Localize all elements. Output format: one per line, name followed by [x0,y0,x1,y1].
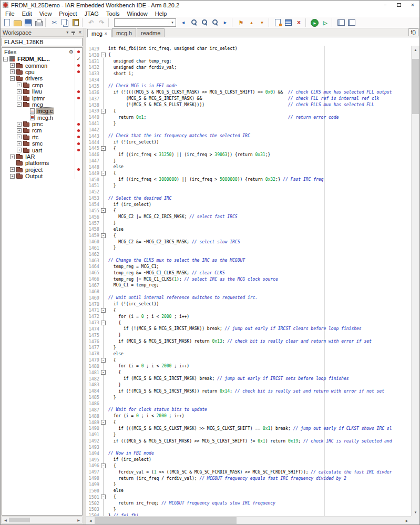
code-line[interactable]: 1441 } [86,120,411,127]
code-line[interactable]: 1471- { [86,307,411,313]
code-line[interactable]: 1461 } [86,245,411,251]
fold-collapse-icon[interactable]: - [101,358,106,363]
code-line[interactable]: 1442 [86,127,411,133]
close-button[interactable]: × [406,1,419,9]
tree-item-drivers[interactable]: −drivers [2,75,82,81]
code-line[interactable]: 1432 unsigned char fcrdiv_val; [86,65,411,71]
panel-close-icon[interactable]: × [78,29,81,35]
search-dropdown-icon[interactable]: ▾ [169,20,176,25]
code-line[interactable]: 1438 (!(MCG_S & MCG_S_PLLST_MASK)))) // … [86,102,411,108]
tree-item-mcg-h[interactable]: mcg.h [2,115,82,121]
expand-icon[interactable]: + [10,63,15,68]
menu-edit[interactable]: Edit [18,11,36,17]
workspace-hscrollbar[interactable]: ◀ ▶ [2,517,83,523]
code-line[interactable]: 1444 if (!(irc_select)) [86,139,411,146]
fold-collapse-icon[interactable]: - [101,321,106,325]
paste-button[interactable] [70,18,80,27]
collapse-icon[interactable]: − [10,76,15,81]
registers-window-button[interactable] [336,18,346,27]
code-line[interactable]: 1503 } [86,506,411,512]
tree-item-common[interactable]: +common [2,62,82,68]
code-line[interactable]: 1467 MCG_C1 = temp_reg; [86,282,411,289]
new-file-button[interactable] [2,18,12,27]
menu-project[interactable]: Project [55,11,80,17]
code-line[interactable]: 1497 fcrdiv_val = (1 << ((MCG_SC & MCG_S… [86,469,411,475]
code-line[interactable]: 1487// Wait for clock status bits to upd… [86,407,411,413]
expand-icon[interactable]: + [17,96,22,100]
fold-gutter[interactable]: - [101,357,107,363]
tree-item-llwu[interactable]: +llwu [2,88,82,95]
find-button[interactable] [199,18,209,27]
fold-collapse-icon[interactable]: - [101,53,106,57]
fold-gutter[interactable]: - [101,369,107,376]
tree-item-mcg-c[interactable]: mcg.c [2,108,82,114]
code-line[interactable]: 1447 } [86,158,411,164]
tree-item-platforms[interactable]: platforms [2,160,82,166]
fold-collapse-icon[interactable]: - [101,208,106,213]
expand-icon[interactable]: + [17,89,22,94]
code-line[interactable]: 1458 else [86,226,411,232]
code-line[interactable]: 1465 temp_reg &= ~MCG_C1_CLKS_MASK; // c… [86,270,411,276]
open-file-button[interactable] [13,18,23,27]
menu-tools[interactable]: Tools [103,11,124,17]
scroll-left-icon[interactable]: ◀ [2,517,9,523]
code-line[interactable]: 1450 if ((irc_freq < 3000000) || (irc_fr… [86,177,411,183]
code-line[interactable]: 1498 return (irc_freq / fcrdiv_val); // … [86,475,411,481]
expand-icon[interactable]: + [10,155,15,159]
scroll-up-icon[interactable]: ▲ [412,46,419,54]
code-line[interactable]: 1478 else [86,351,411,357]
code-line[interactable]: 1453// Select the desired IRC [86,195,411,201]
fold-gutter[interactable]: - [101,307,107,313]
code-line[interactable]: 1502 return irc_freq; // MCGOUT frequenc… [86,500,411,507]
fold-collapse-icon[interactable]: - [101,233,106,238]
tab-close-icon[interactable]: × [105,31,107,36]
menu-view[interactable]: View [36,11,56,17]
code-line[interactable]: 1488 for (i = 0 ; i < 2000 ; i++) [86,413,411,419]
code-line[interactable]: 1491 } [86,431,411,438]
code-line[interactable]: 1449- { [86,170,411,177]
function-list-button[interactable]: f() [408,28,418,36]
fold-gutter[interactable]: - [101,52,107,58]
code-line[interactable]: 1454 if (irc_select) [86,201,411,208]
code-line[interactable]: 1459- { [86,232,411,239]
code-line[interactable]: 1445- { [86,146,411,152]
fold-gutter[interactable]: - [101,108,107,114]
code-line[interactable]: 1485 } [86,394,411,400]
code-line[interactable]: 1481- { [86,369,411,376]
expand-icon[interactable]: + [17,148,22,152]
tree-item-frdm-kl-[interactable]: −FRDM_KL...✓ [2,56,82,62]
code-line[interactable]: 1462 [86,251,411,258]
fold-collapse-icon[interactable]: - [101,146,106,151]
code-line[interactable]: 1466 temp_reg |= MCG_C1_CLKS(1); // sele… [86,276,411,282]
fold-gutter[interactable]: - [101,494,107,500]
expand-icon[interactable]: + [17,141,22,146]
find-previous-button[interactable] [189,18,199,27]
code-line[interactable]: 1492 if (((MCG_S & MCG_S_CLKST_MASK) >> … [86,438,411,444]
fold-gutter[interactable]: - [101,170,107,177]
code-line[interactable]: 1495 if (irc_select) [86,457,411,463]
fold-collapse-icon[interactable]: - [101,308,106,313]
fold-gutter[interactable]: - [101,208,107,214]
menu-jtag[interactable]: JTAG [81,11,103,17]
collapse-icon[interactable]: − [3,57,8,61]
code-line[interactable]: 1460 MCG_C2 &= ~MCG_C2_IRCS_MASK; // sel… [86,239,411,245]
code-line[interactable]: 1486 [86,400,411,407]
code-line[interactable]: 1437 (MCG_S & MCG_S_IREFST_MASK) && // c… [86,96,411,102]
expand-icon[interactable]: + [17,122,22,127]
code-line[interactable]: 1436 if (!((((MCG_S & MCG_S_CLKST_MASK) … [86,89,411,96]
tree-item-cpu[interactable]: +cpu [2,69,82,75]
code-line[interactable]: 1452 [86,189,411,195]
compile-button[interactable] [273,18,283,27]
editor-vscrollbar[interactable]: ▲ ▼ [411,46,419,516]
gear-icon[interactable]: ⚙ [69,49,74,55]
code-line[interactable]: 1496- { [86,463,411,469]
code-line[interactable]: 1448 else [86,164,411,170]
expand-icon[interactable]: + [17,128,22,133]
code-line[interactable]: 1501- { [86,494,411,500]
maximize-button[interactable] [392,1,406,9]
code-line[interactable]: 1480 for (i = 0 ; i < 2000 ; i++) [86,363,411,369]
minimize-button[interactable]: − [378,1,392,9]
make-button[interactable] [283,18,293,27]
code-line[interactable]: 1483 } [86,382,411,388]
fold-collapse-icon[interactable]: - [101,464,106,468]
